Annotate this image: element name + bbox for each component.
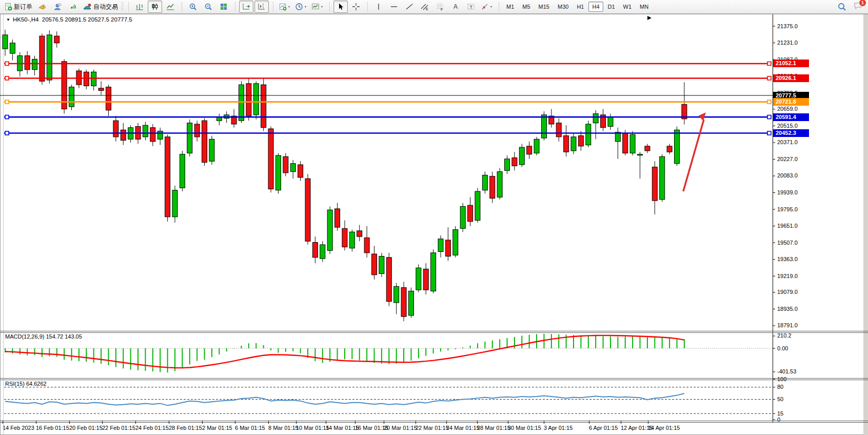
line-handle bbox=[5, 76, 9, 80]
vertical-line-icon bbox=[374, 3, 383, 11]
arrows-icon bbox=[481, 3, 493, 11]
fibonacci-icon: F bbox=[436, 3, 444, 11]
search-icon[interactable] bbox=[838, 3, 846, 11]
text-label-icon: T bbox=[467, 3, 475, 11]
toolbar-separator bbox=[269, 2, 273, 12]
rsi-panel bbox=[4, 387, 773, 413]
chart-symbol-period: HK50-,H4 bbox=[13, 16, 39, 23]
zoom-out-icon bbox=[204, 3, 212, 11]
timeframe-m1-button[interactable]: M1 bbox=[503, 2, 518, 12]
scroll-to-end-icon[interactable] bbox=[647, 16, 652, 20]
text-label-button[interactable]: T bbox=[464, 1, 478, 13]
horizontal-line-object[interactable] bbox=[4, 100, 772, 104]
window-right-strip bbox=[863, 14, 868, 435]
cursor-button[interactable] bbox=[333, 1, 348, 13]
new-chart-button[interactable] bbox=[277, 1, 292, 13]
timeframe-h4-button[interactable]: H4 bbox=[588, 2, 603, 12]
new-order-button[interactable]: 新订单 bbox=[3, 1, 34, 13]
horizontal-line-button[interactable] bbox=[387, 1, 401, 13]
notifications-button[interactable]: 1 bbox=[854, 2, 863, 12]
line-handle bbox=[767, 100, 771, 104]
zoom-out-button[interactable] bbox=[201, 1, 215, 13]
megaphone-icon bbox=[38, 3, 46, 11]
tile-windows-button[interactable] bbox=[216, 1, 231, 13]
toolbar-separator bbox=[178, 2, 182, 12]
tile-windows-icon bbox=[220, 3, 228, 11]
horizontal-line-object[interactable] bbox=[4, 115, 772, 119]
rsi-label: RSI(15) 64.6262 bbox=[5, 381, 47, 387]
template-icon bbox=[311, 3, 324, 11]
timeframe-mn-button[interactable]: MN bbox=[636, 2, 652, 12]
chart-window-border bbox=[1, 14, 868, 435]
timeframe-m5-button[interactable]: M5 bbox=[519, 2, 534, 12]
new-order-icon bbox=[4, 3, 12, 11]
level-price-tag: 20926.1 bbox=[773, 74, 809, 82]
chart-ohlc-values: 20576.5 20891.5 20527.5 20777.5 bbox=[42, 16, 132, 23]
crosshair-button[interactable] bbox=[349, 1, 363, 13]
svg-text:T: T bbox=[470, 5, 473, 10]
main-toolbar: 新订单 自动交易 bbox=[0, 0, 868, 14]
level-price-tag: 21052.1 bbox=[773, 60, 809, 67]
svg-text:A: A bbox=[453, 3, 458, 10]
megaphone-button[interactable] bbox=[35, 1, 49, 13]
period-clock-button[interactable] bbox=[293, 1, 309, 13]
autotrading-label: 自动交易 bbox=[93, 3, 118, 11]
timeframe-d1-button[interactable]: D1 bbox=[604, 2, 619, 12]
timeframe-m30-button[interactable]: M30 bbox=[554, 2, 572, 12]
line-chart-button[interactable] bbox=[163, 1, 177, 13]
svg-text:F: F bbox=[441, 8, 443, 11]
svg-text:E: E bbox=[426, 7, 428, 11]
horizontal-line-object[interactable] bbox=[4, 131, 772, 135]
bar-chart-icon bbox=[135, 3, 144, 11]
community-profile-button[interactable] bbox=[50, 1, 65, 13]
toolbar-separator bbox=[326, 2, 330, 12]
toolbar-grip bbox=[121, 2, 124, 11]
zoom-in-button[interactable] bbox=[186, 1, 200, 13]
auto-scroll-button[interactable] bbox=[239, 1, 253, 13]
timeframe-w1-button[interactable]: W1 bbox=[620, 2, 636, 12]
symbol-dropdown-icon[interactable]: ▼ bbox=[6, 17, 10, 22]
candlestick-chart-button[interactable] bbox=[148, 1, 162, 13]
text-icon: A bbox=[451, 3, 460, 11]
text-button[interactable]: A bbox=[448, 1, 463, 13]
equidistant-channel-button[interactable]: E bbox=[418, 1, 432, 13]
line-handle bbox=[767, 131, 771, 135]
crosshair-icon bbox=[352, 3, 360, 11]
line-handle bbox=[5, 62, 9, 65]
autotrading-icon bbox=[83, 3, 92, 11]
level-price-tag: 20721.8 bbox=[773, 98, 809, 106]
auto-scroll-icon bbox=[242, 3, 250, 11]
chart-shift-button[interactable] bbox=[254, 1, 269, 13]
line-handle bbox=[5, 131, 9, 135]
toolbar-separator bbox=[364, 2, 368, 12]
trend-arrow-object[interactable] bbox=[683, 112, 706, 191]
template-button[interactable] bbox=[310, 1, 325, 13]
vertical-line-button[interactable] bbox=[371, 1, 386, 13]
notification-badge: 1 bbox=[859, 0, 866, 7]
timeframe-h1-button[interactable]: H1 bbox=[573, 2, 587, 12]
horizontal-line-object[interactable] bbox=[4, 76, 772, 80]
toolbar-separator bbox=[125, 2, 129, 12]
zoom-in-icon bbox=[189, 3, 197, 11]
arrows-button[interactable] bbox=[479, 1, 495, 13]
chart-title: ▼HK50-,H4 20576.5 20891.5 20527.5 20777.… bbox=[6, 16, 132, 23]
chart-canvas[interactable] bbox=[0, 0, 868, 435]
community-profile-icon bbox=[53, 3, 62, 11]
signals-button[interactable] bbox=[66, 1, 80, 13]
autotrading-button[interactable]: 自动交易 bbox=[81, 1, 120, 13]
line-chart-icon bbox=[166, 3, 174, 11]
toolbar-separator bbox=[231, 2, 235, 12]
toolbar-separator bbox=[495, 2, 499, 12]
candlestick-chart-icon bbox=[151, 3, 159, 11]
trendline-button[interactable] bbox=[402, 1, 417, 13]
horizontal-line-icon bbox=[390, 3, 398, 11]
horizontal-line-object[interactable] bbox=[4, 62, 772, 65]
line-handle bbox=[767, 62, 771, 65]
level-price-tag: 20591.4 bbox=[773, 113, 809, 121]
equidistant-channel-icon: E bbox=[421, 3, 429, 11]
line-handle bbox=[767, 76, 771, 80]
fibonacci-button[interactable]: F bbox=[433, 1, 447, 13]
period-clock-icon bbox=[295, 3, 307, 11]
bar-chart-button[interactable] bbox=[132, 1, 147, 13]
timeframe-m15-button[interactable]: M15 bbox=[535, 2, 553, 12]
